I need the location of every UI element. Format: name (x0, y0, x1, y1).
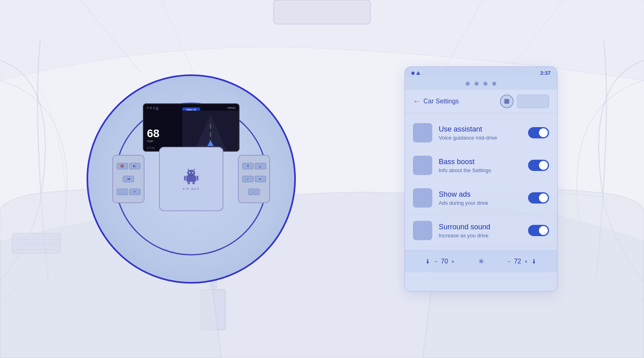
setting-icon-bass-boost (413, 156, 432, 175)
settings-list: Use assistant Voice guidance mid-drive B… (405, 113, 557, 250)
setting-title-use-assistant: Use assistant (439, 125, 522, 134)
steering-hub: AIR BAG (159, 147, 223, 211)
menu-button[interactable]: ☰ (242, 163, 254, 169)
status-icons (411, 71, 420, 75)
dashboard-phone: PRND PRND Main St 68 mph (143, 103, 239, 152)
svg-rect-14 (184, 176, 186, 181)
setting-text-surround-sound: Surround sound Increase as you drive (439, 223, 522, 239)
temp-right-minus[interactable]: − (508, 258, 511, 265)
setting-text-bass-boost: Bass boost Info about the Settings (439, 158, 522, 173)
setting-title-show-ads: Show ads (439, 190, 522, 199)
back-arrow-icon: ← (413, 97, 420, 106)
nav-dot-2 (475, 82, 479, 86)
svg-rect-17 (192, 182, 195, 184)
steering-wheel-container: PRND PRND Main St 68 mph (87, 74, 296, 284)
nav-dot-4 (492, 82, 496, 86)
setting-surround-sound[interactable]: Surround sound Increase as you drive (405, 214, 557, 247)
svg-rect-8 (186, 175, 196, 182)
steering-wheel-outer: PRND PRND Main St 68 mph (87, 74, 296, 284)
toggle-use-assistant[interactable] (528, 127, 549, 138)
setting-icon-use-assistant (413, 123, 432, 142)
setting-text-use-assistant: Use assistant Voice guidance mid-drive (439, 125, 522, 141)
svg-line-13 (194, 169, 195, 170)
toggle-bass-boost[interactable] (528, 160, 549, 171)
svg-rect-16 (188, 182, 190, 184)
toggle-knob-surround-sound (539, 226, 548, 235)
svg-line-12 (188, 169, 189, 170)
back-button[interactable]: ← Car Settings (413, 97, 459, 106)
header-actions (500, 95, 549, 108)
setting-desc-show-ads: Ads during your drive (439, 200, 522, 206)
check-button[interactable]: ✓ (242, 176, 254, 182)
heat-right-icon: 🌡 (531, 258, 537, 265)
setting-desc-use-assistant: Voice guidance mid-drive (439, 135, 522, 141)
toggle-knob-show-ads (539, 193, 548, 202)
svg-point-11 (192, 172, 194, 173)
nav-dot-3 (483, 82, 487, 86)
down-button[interactable]: ▼ (255, 176, 266, 182)
setting-use-assistant[interactable]: Use assistant Voice guidance mid-drive (405, 117, 557, 149)
toggle-knob-bass-boost (539, 161, 548, 170)
temp-left-minus[interactable]: − (434, 258, 438, 265)
setting-icon-show-ads (413, 188, 432, 208)
setting-title-surround-sound: Surround sound (439, 223, 522, 231)
left-steering-controls[interactable]: 🔇 ▶| |◀ - ⟳ (112, 155, 144, 203)
vol-plus-button[interactable]: ⟳ (129, 189, 140, 195)
temp-left-value: 70 (441, 258, 448, 265)
up-button[interactable]: ▲ (255, 163, 266, 169)
climate-right-controls: − 72 + (508, 258, 528, 265)
climate-right-zone: − 72 + 🌡 (508, 258, 537, 265)
setting-desc-bass-boost: Info about the Settings (439, 167, 522, 173)
svg-point-9 (187, 170, 195, 176)
mute-button[interactable]: 🔇 (117, 163, 128, 169)
signal-indicator (416, 71, 420, 75)
panel-header: ← Car Settings (405, 90, 557, 113)
prev-button[interactable]: |◀ (123, 176, 134, 182)
svg-rect-15 (196, 176, 198, 181)
setting-icon-surround-sound (413, 221, 432, 240)
setting-show-ads[interactable]: Show ads Ads during your drive (405, 182, 557, 214)
status-bar: 3:37 (405, 67, 557, 78)
right-steering-controls[interactable]: ☰ ▲ ✓ ▼ ← (238, 155, 270, 203)
climate-fan-zone: ✳ (478, 257, 484, 266)
setting-title-bass-boost: Bass boost (439, 158, 522, 166)
search-button[interactable] (517, 95, 549, 108)
settings-panel: 3:37 ← Car Settings (405, 66, 557, 292)
setting-text-show-ads: Show ads Ads during your drive (439, 190, 522, 206)
panel-title: Car Settings (423, 98, 459, 105)
fan-icon: ✳ (478, 257, 484, 266)
nav-speed-display: 68 mph (147, 128, 159, 143)
toggle-knob-use-assistant (539, 128, 548, 137)
temp-right-value: 72 (514, 258, 521, 265)
navigation-display: PRND PRND Main St 68 mph (144, 104, 239, 151)
heat-left-icon: 🌡 (425, 258, 431, 265)
toggle-surround-sound[interactable] (528, 225, 549, 236)
back-hw-button[interactable]: ← (248, 189, 260, 195)
nav-dots-row (405, 78, 557, 90)
temp-right-plus[interactable]: + (524, 258, 528, 265)
climate-bar: 🌡 − 70 + ✳ − 72 + 🌡 (405, 250, 557, 272)
toggle-show-ads[interactable] (528, 192, 549, 204)
airbag-label: AIR BAG (183, 187, 200, 190)
setting-desc-surround-sound: Increase as you drive (439, 232, 522, 239)
vol-minus-button[interactable]: - (117, 189, 128, 195)
battery-indicator (411, 72, 415, 75)
climate-left-controls: − 70 + (434, 258, 454, 265)
main-content: PRND PRND Main St 68 mph (0, 0, 644, 358)
climate-left-zone: 🌡 − 70 + (425, 258, 454, 265)
status-time: 3:37 (540, 70, 551, 76)
stop-icon (504, 99, 509, 104)
svg-point-10 (189, 172, 190, 173)
next-button[interactable]: ▶| (129, 163, 140, 169)
nav-dot-1 (466, 82, 470, 86)
android-icon (183, 168, 199, 184)
setting-bass-boost[interactable]: Bass boost Info about the Settings (405, 149, 557, 182)
stop-button[interactable] (500, 95, 514, 108)
temp-left-plus[interactable]: + (451, 258, 454, 265)
